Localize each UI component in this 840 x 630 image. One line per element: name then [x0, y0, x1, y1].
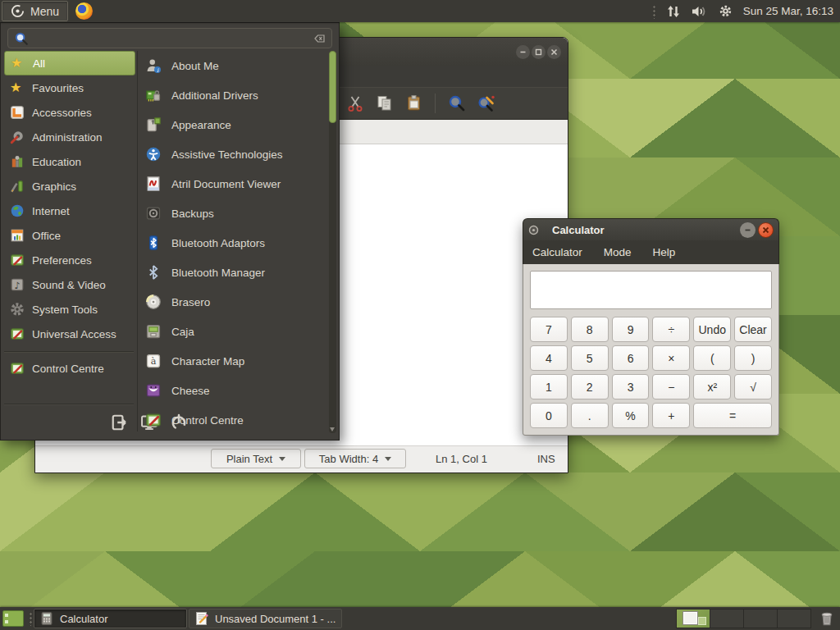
calculator-window: Calculator Calculator Mode Help 7 8 9 ÷ …	[523, 218, 779, 436]
task-unsaved-document[interactable]: Unsaved Document 1 - ...	[189, 609, 342, 628]
language-dropdown[interactable]: Plain Text	[211, 449, 301, 468]
menu-button[interactable]: Menu	[2, 1, 68, 21]
app-assistive-technologies[interactable]: Assistive Technologies	[139, 139, 330, 169]
logout-button[interactable]	[109, 412, 130, 433]
app-character-map[interactable]: à Character Map	[139, 346, 330, 376]
cursor-position: Ln 1, Col 1	[436, 453, 487, 465]
search-input[interactable]	[34, 31, 311, 45]
app-control-centre[interactable]: Control Centre	[139, 405, 330, 435]
calculator-icon	[39, 611, 54, 626]
menu-mode[interactable]: Mode	[604, 246, 632, 258]
key-undo[interactable]: Undo	[693, 317, 731, 342]
scroll-down-arrow-icon[interactable]	[330, 427, 335, 431]
key-8[interactable]: 8	[571, 317, 609, 342]
category-control-centre[interactable]: Control Centre	[4, 356, 135, 381]
app-caja[interactable]: Caja	[139, 317, 330, 346]
calculator-minimize-button[interactable]	[740, 222, 756, 238]
editor-maximize-button[interactable]	[532, 45, 546, 59]
app-cheese[interactable]: Cheese	[139, 376, 330, 405]
maximize-icon	[535, 48, 542, 56]
paste-button[interactable]	[403, 93, 425, 115]
calculator-keypad: 7 8 9 ÷ Undo Clear 4 5 6 × ( ) 1 2 3 − x…	[530, 317, 772, 428]
mate-logo-icon	[11, 4, 25, 18]
app-appearance[interactable]: Appearance	[139, 110, 330, 139]
category-preferences[interactable]: Preferences	[4, 248, 135, 272]
key-9[interactable]: 9	[612, 317, 650, 342]
app-brasero[interactable]: Brasero	[139, 287, 330, 317]
key-percent[interactable]: %	[612, 403, 650, 428]
firefox-launcher-icon[interactable]	[75, 2, 93, 20]
app-atril-document-viewer[interactable]: Atril Document Viewer	[139, 169, 330, 199]
key-decimal[interactable]: .	[571, 403, 609, 428]
category-system-tools[interactable]: System Tools	[4, 297, 135, 322]
category-sound-video[interactable]: ♪ Sound & Video	[4, 272, 135, 297]
network-icon[interactable]	[666, 4, 681, 19]
workspace-1[interactable]	[677, 609, 710, 628]
workspace-2[interactable]	[710, 609, 744, 628]
copy-button[interactable]	[373, 93, 395, 115]
workspace-3[interactable]	[744, 609, 778, 628]
category-list: ★ All ★ Favourites Accessories Administr…	[4, 51, 135, 346]
find-button[interactable]	[445, 93, 468, 115]
settings-gear-icon[interactable]	[719, 4, 733, 18]
clock[interactable]: Sun 25 Mar, 16:13	[743, 5, 833, 17]
category-graphics[interactable]: Graphics	[4, 174, 135, 199]
about-me-icon: i	[145, 57, 162, 74]
atril-icon	[145, 176, 162, 192]
office-icon	[10, 228, 25, 243]
scrollbar-thumb[interactable]	[329, 51, 336, 123]
category-internet[interactable]: Internet	[4, 199, 135, 223]
clear-search-icon[interactable]	[311, 33, 326, 44]
key-7[interactable]: 7	[530, 317, 568, 342]
tab-width-dropdown[interactable]: Tab Width: 4	[304, 449, 406, 468]
backups-icon	[145, 205, 162, 221]
key-square[interactable]: x²	[693, 374, 731, 399]
calculator-display[interactable]	[530, 271, 772, 309]
app-backups[interactable]: Backups	[139, 199, 330, 228]
category-office[interactable]: Office	[4, 223, 135, 248]
calculator-close-button[interactable]	[758, 222, 774, 238]
app-bluetooth-manager[interactable]: Bluetooth Manager	[139, 258, 330, 287]
app-list-scrollbar[interactable]	[329, 51, 336, 433]
editor-close-button[interactable]	[547, 45, 561, 59]
key-divide[interactable]: ÷	[652, 317, 690, 342]
app-about-me[interactable]: i About Me	[139, 51, 330, 80]
calculator-titlebar[interactable]: Calculator	[523, 218, 779, 240]
workspace-4[interactable]	[778, 609, 810, 628]
trash-icon[interactable]	[819, 610, 835, 627]
category-favourites[interactable]: ★ Favourites	[4, 75, 135, 100]
key-4[interactable]: 4	[530, 345, 568, 371]
key-open-paren[interactable]: (	[693, 345, 731, 371]
category-education[interactable]: Education	[4, 149, 135, 174]
key-equals[interactable]: =	[693, 403, 772, 428]
menu-help[interactable]: Help	[653, 246, 676, 258]
editor-statusbar: Plain Text Tab Width: 4 Ln 1, Col 1 INS	[35, 445, 568, 472]
task-calculator[interactable]: Calculator	[34, 609, 187, 628]
key-multiply[interactable]: ×	[652, 345, 690, 371]
key-2[interactable]: 2	[571, 374, 609, 399]
volume-icon[interactable]	[692, 5, 708, 18]
key-add[interactable]: +	[652, 403, 690, 428]
key-subtract[interactable]: −	[652, 374, 690, 399]
key-0[interactable]: 0	[530, 403, 568, 428]
category-administration[interactable]: Administration	[4, 125, 135, 149]
cut-button[interactable]	[344, 93, 366, 115]
app-bluetooth-adaptors[interactable]: Bluetooth Adaptors	[139, 228, 330, 258]
app-additional-drivers[interactable]: Additional Drivers	[139, 80, 330, 110]
key-close-paren[interactable]: )	[734, 345, 772, 371]
show-desktop-button[interactable]	[2, 610, 24, 627]
editor-minimize-button[interactable]	[516, 45, 530, 59]
key-3[interactable]: 3	[612, 374, 650, 399]
replace-button[interactable]	[475, 93, 497, 115]
chevron-down-icon	[279, 457, 285, 461]
find-replace-icon	[477, 94, 496, 113]
category-all[interactable]: ★ All	[4, 51, 135, 75]
key-clear[interactable]: Clear	[734, 317, 772, 342]
key-6[interactable]: 6	[612, 345, 650, 371]
key-5[interactable]: 5	[571, 345, 609, 371]
key-sqrt[interactable]: √	[734, 374, 772, 399]
category-universal-access[interactable]: Universal Access	[4, 322, 135, 346]
category-accessories[interactable]: Accessories	[4, 100, 135, 125]
key-1[interactable]: 1	[530, 374, 568, 399]
menu-calculator[interactable]: Calculator	[532, 246, 582, 258]
